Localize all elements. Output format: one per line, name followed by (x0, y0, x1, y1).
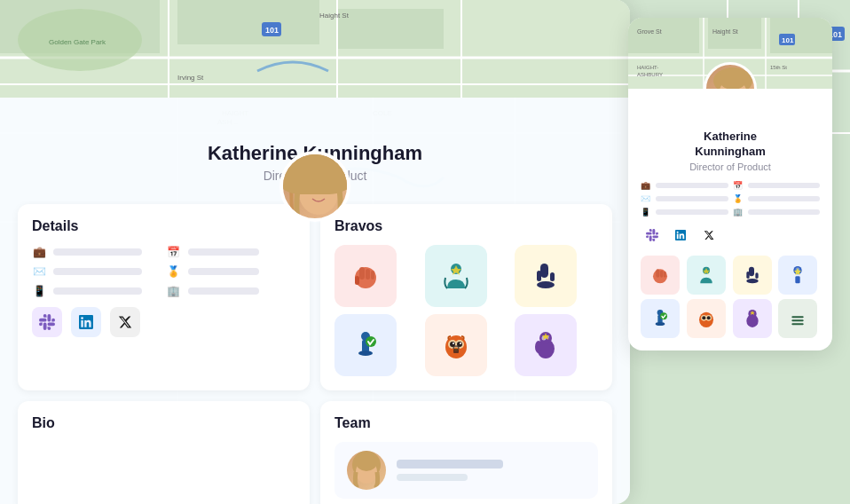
sec-detail-3: ✉️ (641, 194, 728, 203)
bio-title: Bio (32, 415, 295, 431)
detail-row-3: ✉️ (32, 264, 161, 279)
svg-point-78 (366, 336, 376, 347)
detail-row-2: 📅 (167, 245, 296, 259)
bravos-grid (334, 245, 598, 376)
sec-linkedin-button[interactable] (669, 224, 692, 247)
svg-rect-139 (792, 316, 804, 318)
svg-text:15th St: 15th St (770, 65, 787, 70)
team-member-info (397, 460, 586, 481)
sec-slack-button[interactable] (641, 224, 664, 247)
sec-email-icon: ✉️ (641, 194, 651, 203)
bravos-title: Bravos (334, 218, 598, 234)
svg-rect-64 (359, 267, 365, 280)
sec-detail-5: 📱 (641, 208, 728, 217)
detail-value-3 (53, 268, 142, 275)
sec-bravo-7[interactable] (733, 299, 772, 338)
svg-rect-87 (453, 349, 459, 353)
svg-point-90 (535, 341, 542, 353)
svg-text:Golden Gate Park: Golden Gate Park (49, 38, 106, 46)
bravos-card: Bravos (320, 204, 612, 390)
cards-grid: Details 💼 📅 ✉️ 🏅 (0, 204, 630, 504)
main-profile-card: Golden Gate Park 101 Haight St Irving St (0, 0, 630, 504)
detail-value-2 (188, 248, 259, 256)
details-card: Details 💼 📅 ✉️ 🏅 (18, 204, 310, 390)
svg-rect-72 (537, 271, 541, 281)
sec-detail-4: 🏅 (733, 194, 821, 203)
bravo-item-2[interactable] (425, 245, 487, 307)
sec-briefcase-icon: 💼 (641, 181, 651, 190)
svg-rect-97 (628, 18, 699, 53)
avatar (279, 151, 350, 222)
svg-rect-65 (366, 269, 370, 280)
svg-point-60 (299, 172, 338, 215)
profile-header: Katherine Kunningham Director of Product (0, 98, 630, 204)
svg-rect-117 (660, 270, 663, 277)
detail-row-5: 📱 (32, 284, 161, 298)
svg-rect-123 (755, 272, 758, 279)
bravo-item-6[interactable] (515, 314, 577, 376)
svg-rect-140 (792, 319, 804, 321)
secondary-bravos-grid (641, 256, 820, 338)
details-title: Details (32, 218, 295, 234)
bravo-item-3[interactable] (515, 245, 577, 307)
sec-twitter-button[interactable] (697, 224, 720, 247)
social-icons (32, 307, 295, 337)
secondary-details: 💼 📅 ✉️ 🏅 📱 🏢 (641, 181, 820, 217)
sec-bravo-2[interactable] (687, 256, 726, 295)
svg-point-74 (537, 281, 555, 288)
sec-bravo-8[interactable] (778, 299, 817, 338)
linkedin-button[interactable] (71, 307, 101, 337)
sec-bravo-3[interactable] (733, 256, 772, 295)
svg-rect-45 (177, 0, 319, 44)
card-map-top: Golden Gate Park 101 Haight St Irving St (0, 0, 630, 98)
sec-bravo-5[interactable] (641, 299, 680, 338)
svg-point-114 (719, 68, 747, 89)
detail-row-6: 🏢 (167, 284, 296, 298)
team-card: Team (320, 401, 612, 504)
details-grid: 💼 📅 ✉️ 🏅 📱 (32, 245, 295, 298)
svg-rect-118 (664, 272, 666, 278)
sec-detail-6: 🏢 (733, 208, 821, 217)
secondary-content: Katherine Kunningham Director of Product… (628, 89, 832, 350)
svg-rect-121 (749, 266, 754, 276)
sec-phone-icon: 📱 (641, 208, 651, 217)
briefcase-icon: 💼 (32, 245, 46, 259)
avatar-image (279, 151, 350, 222)
twitter-button[interactable] (110, 307, 140, 337)
svg-text:Haight St: Haight St (712, 28, 738, 35)
bravo-item-5[interactable] (425, 314, 487, 376)
svg-rect-141 (792, 323, 804, 325)
sec-detail-1: 💼 (641, 181, 728, 190)
sec-detail-2: 📅 (733, 181, 821, 190)
team-member-row[interactable] (334, 442, 598, 499)
sec-calendar-icon: 📅 (733, 181, 744, 190)
detail-value-6 (188, 287, 259, 295)
email-icon: ✉️ (32, 264, 46, 279)
svg-point-95 (356, 453, 377, 471)
svg-rect-71 (540, 264, 548, 278)
sec-bravo-6[interactable] (687, 299, 726, 338)
sec-bravo-4[interactable] (778, 256, 817, 295)
bio-col-1 (32, 442, 161, 458)
svg-text:101: 101 (265, 26, 279, 35)
svg-rect-127 (796, 276, 800, 283)
svg-point-85 (460, 343, 461, 344)
building-icon: 🏢 (167, 284, 181, 298)
bravo-item-1[interactable] (334, 245, 397, 307)
bio-lines (32, 442, 295, 458)
svg-rect-59 (290, 172, 347, 190)
secondary-profile-role: Director of Product (641, 161, 820, 172)
secondary-profile-name: Katherine Kunningham (641, 130, 820, 160)
svg-point-58 (290, 154, 347, 192)
secondary-profile-area: Katherine Kunningham Director of Product (641, 98, 820, 172)
slack-button[interactable] (32, 307, 62, 337)
secondary-social-icons (641, 224, 820, 247)
svg-point-135 (702, 316, 705, 319)
bravo-item-4[interactable] (334, 314, 397, 376)
detail-value-1 (53, 248, 142, 256)
svg-text:Haight St: Haight St (319, 12, 350, 20)
phone-icon: 📱 (32, 284, 46, 298)
team-title: Team (334, 415, 598, 431)
svg-text:Irving St: Irving St (177, 74, 204, 82)
sec-bravo-1[interactable] (641, 256, 680, 295)
